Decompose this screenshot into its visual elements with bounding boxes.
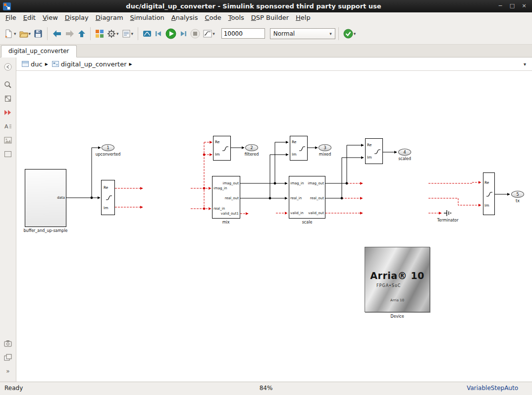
outport-3-label[interactable]: mixed: [319, 152, 331, 157]
wires-layer: [16, 71, 532, 382]
step-curve-icon: [486, 191, 493, 197]
outport-2-label[interactable]: filtered: [245, 152, 259, 157]
menu-dsp-builder[interactable]: DSP Builder: [248, 13, 292, 22]
outport-5[interactable]: 5: [511, 191, 524, 198]
model-settings-button[interactable]: ▾: [106, 27, 120, 41]
outport-3[interactable]: 3: [319, 144, 331, 151]
settings-caret-icon[interactable]: ▾: [116, 31, 119, 36]
expand-palette-button[interactable]: »: [2, 366, 13, 377]
port-label-real-in: real_in: [213, 207, 225, 211]
outport-1[interactable]: 1: [102, 144, 114, 151]
breadcrumb-label[interactable]: digital_up_converter: [61, 60, 127, 68]
outport-5-label[interactable]: tx: [516, 199, 520, 203]
block-realimag-to-complex-scaled[interactable]: Re Im: [365, 138, 383, 164]
step-forward-button[interactable]: [178, 27, 188, 41]
device-title: Arria® 10: [365, 270, 429, 281]
run-button[interactable]: [164, 27, 177, 41]
block-name-device[interactable]: Device: [390, 314, 404, 319]
screenshot-button[interactable]: [2, 338, 13, 349]
block-name-terminator[interactable]: Terminator: [437, 218, 459, 223]
device-subtitle: FPGA•SoC: [376, 283, 401, 288]
back-button[interactable]: [51, 27, 63, 41]
area-button[interactable]: [2, 149, 13, 160]
block-complex-to-realimag[interactable]: Re Im: [101, 180, 115, 215]
solver-label[interactable]: VariableStepAuto: [467, 385, 518, 392]
step-back-button[interactable]: [154, 27, 163, 41]
display-caret-icon[interactable]: ▾: [213, 31, 215, 36]
model-advisor-button[interactable]: ▾: [342, 27, 357, 41]
breadcrumb-item-digital-up-converter[interactable]: digital_up_converter: [51, 59, 128, 69]
block-scale[interactable]: imag_in imag_out real_in real_out valid_…: [289, 176, 325, 219]
menu-tools[interactable]: Tools: [225, 13, 248, 22]
simulation-mode-select[interactable]: Normal ▾: [270, 28, 335, 39]
block-device[interactable]: Arria® 10 FPGA•SoC Arria 10: [365, 247, 430, 312]
menu-help[interactable]: Help: [292, 13, 314, 22]
simulation-time-input[interactable]: [221, 28, 265, 39]
run-play-icon: [165, 28, 176, 39]
annotation-button[interactable]: A: [2, 121, 13, 132]
menu-edit[interactable]: Edit: [20, 13, 39, 22]
menu-analysis[interactable]: Analysis: [168, 13, 202, 22]
breadcrumb-dropdown-icon[interactable]: ▾: [522, 60, 528, 68]
open-button[interactable]: ▾: [18, 27, 32, 41]
sample-time-display-button[interactable]: [2, 107, 13, 118]
outport-2[interactable]: 2: [245, 144, 258, 151]
menu-diagram[interactable]: Diagram: [92, 13, 127, 22]
block-realimag-to-complex-filtered[interactable]: Re Im: [213, 136, 231, 161]
hide-browser-button[interactable]: [2, 61, 13, 72]
outport-4-label[interactable]: scaled: [398, 157, 411, 161]
new-model-button[interactable]: ▾: [3, 27, 17, 41]
fit-to-view-button[interactable]: [2, 93, 13, 104]
save-button[interactable]: [33, 27, 44, 41]
port-label-valid-out1: valid_out1: [221, 212, 239, 216]
close-button[interactable]: ×: [519, 2, 529, 10]
image-annotation-button[interactable]: [2, 135, 13, 146]
wire-branch-to-scaled-re[interactable]: [347, 145, 364, 183]
outport-4[interactable]: 4: [398, 149, 411, 156]
zoom-button[interactable]: [2, 79, 13, 90]
menu-display[interactable]: Display: [61, 13, 92, 22]
step-curve-icon: [222, 146, 229, 152]
data-inspector-button[interactable]: [142, 27, 153, 41]
wire-branch-to-scaled-im[interactable]: [342, 158, 364, 198]
new-model-caret-icon[interactable]: ▾: [14, 31, 16, 36]
menu-code[interactable]: Code: [201, 13, 224, 22]
palette-bar: A »: [0, 57, 16, 382]
minimize-button[interactable]: ─: [495, 2, 505, 10]
breadcrumb-label[interactable]: duc: [31, 60, 43, 68]
tab-digital-up-converter[interactable]: digital_up_converter: [1, 45, 77, 57]
block-buffer-and-up-sample[interactable]: data: [25, 169, 66, 227]
forward-arrow-icon: [65, 30, 75, 38]
library-browser-button[interactable]: [94, 27, 105, 41]
unconnected-wire-tx-re-in[interactable]: [428, 182, 481, 183]
outport-1-label[interactable]: upconverted: [96, 152, 121, 157]
simulation-display-button[interactable]: ▾: [202, 27, 216, 41]
block-terminator[interactable]: [443, 209, 452, 217]
block-realimag-to-complex-mixed[interactable]: Re Im: [290, 136, 308, 161]
copy-view-button[interactable]: [2, 352, 13, 363]
config-caret-icon[interactable]: ▾: [131, 31, 134, 36]
advisor-caret-icon[interactable]: ▾: [354, 31, 356, 36]
stop-button[interactable]: [189, 27, 201, 41]
menu-simulation[interactable]: Simulation: [127, 13, 168, 22]
subsystem-icon: [52, 61, 59, 67]
breadcrumb-item-duc[interactable]: duc: [20, 59, 44, 69]
wire-branch-to-mixed-im[interactable]: [270, 155, 288, 198]
menu-view[interactable]: View: [39, 13, 61, 22]
block-name-mix[interactable]: mix: [222, 220, 230, 225]
menu-file[interactable]: File: [2, 13, 20, 22]
unconnected-wire-tx-im-in[interactable]: [428, 198, 481, 205]
block-name-scale[interactable]: scale: [302, 220, 313, 225]
forward-button[interactable]: [64, 27, 76, 41]
model-configuration-button[interactable]: ▾: [121, 27, 135, 41]
block-mix[interactable]: imag_out imag_in real_out real_in valid_…: [212, 176, 240, 219]
open-caret-icon[interactable]: ▾: [29, 31, 31, 36]
block-realimag-to-complex-tx[interactable]: Re Im: [483, 172, 495, 215]
model-canvas[interactable]: data buffer_and_up-sample Re Im 1 upconv…: [16, 71, 532, 382]
wire-branch-to-mixed-re[interactable]: [275, 142, 288, 183]
device-chip-label: Arria 10: [365, 298, 429, 302]
block-name-buffer[interactable]: buffer_and_up-sample: [23, 228, 67, 233]
step-curve-icon: [299, 146, 306, 152]
maximize-button[interactable]: □: [507, 2, 517, 10]
up-button[interactable]: [77, 27, 87, 41]
